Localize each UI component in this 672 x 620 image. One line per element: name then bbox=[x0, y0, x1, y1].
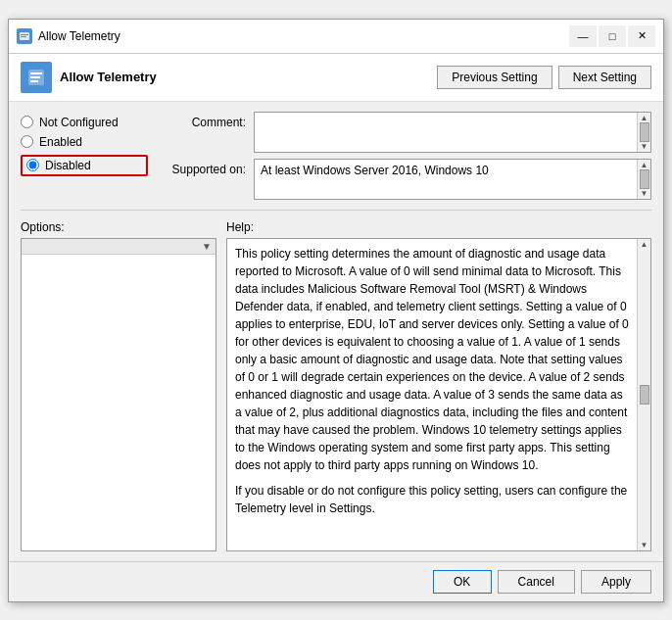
content-header: Allow Telemetry Previous Setting Next Se… bbox=[9, 54, 663, 102]
supported-scroll-up[interactable]: ▲ bbox=[641, 161, 648, 169]
header-title: Allow Telemetry bbox=[60, 70, 157, 84]
supported-wrapper: At least Windows Server 2016, Windows 10… bbox=[254, 159, 651, 200]
enabled-radio[interactable] bbox=[21, 135, 33, 148]
apply-button[interactable]: Apply bbox=[581, 570, 651, 594]
previous-setting-button[interactable]: Previous Setting bbox=[437, 66, 552, 89]
minimize-button[interactable]: — bbox=[569, 25, 597, 47]
svg-rect-5 bbox=[30, 76, 40, 78]
title-bar: Allow Telemetry — □ ✕ bbox=[9, 20, 663, 54]
main-window: Allow Telemetry — □ ✕ Allow Telemetry Pr… bbox=[8, 19, 664, 602]
options-box: ▼ bbox=[21, 238, 216, 551]
next-setting-button[interactable]: Next Setting bbox=[558, 66, 651, 89]
help-scrollbar[interactable]: ▲ ▼ bbox=[637, 239, 650, 550]
options-label: Options: bbox=[21, 220, 216, 234]
radio-not-configured[interactable]: Not Configured bbox=[21, 116, 148, 129]
disabled-radio[interactable] bbox=[26, 159, 39, 171]
ok-button[interactable]: OK bbox=[433, 570, 492, 594]
window-title: Allow Telemetry bbox=[38, 29, 120, 43]
main-content: Not Configured Enabled Disabled Comment: bbox=[9, 102, 663, 561]
help-scroll-down[interactable]: ▼ bbox=[641, 541, 648, 549]
divider bbox=[21, 210, 651, 211]
supported-scroll-thumb[interactable] bbox=[640, 169, 649, 189]
svg-rect-1 bbox=[21, 34, 28, 35]
close-button[interactable]: ✕ bbox=[628, 25, 655, 47]
cancel-button[interactable]: Cancel bbox=[498, 570, 575, 594]
options-help-section: Options: ▼ Help: This policy setting det… bbox=[21, 220, 651, 551]
not-configured-radio[interactable] bbox=[21, 116, 33, 128]
svg-rect-2 bbox=[21, 36, 26, 37]
policy-icon bbox=[21, 62, 52, 93]
help-scroll-thumb[interactable] bbox=[640, 385, 649, 405]
comment-row: Comment: ▲ ▼ bbox=[158, 112, 651, 153]
radio-group: Not Configured Enabled Disabled bbox=[21, 112, 148, 200]
supported-label: Supported on: bbox=[158, 159, 246, 176]
comment-textarea[interactable] bbox=[255, 113, 637, 152]
supported-scroll-down[interactable]: ▼ bbox=[641, 189, 648, 198]
supported-row: Supported on: At least Windows Server 20… bbox=[158, 159, 651, 200]
help-text-content: This policy setting determines the amoun… bbox=[227, 239, 637, 550]
dropdown-arrow-icon: ▼ bbox=[202, 241, 212, 252]
comment-supported: Comment: ▲ ▼ Supported on: At least Wind… bbox=[158, 112, 651, 200]
window-icon bbox=[17, 28, 32, 44]
not-configured-label: Not Configured bbox=[39, 116, 119, 129]
enabled-label: Enabled bbox=[39, 135, 82, 149]
comment-scrollbar[interactable]: ▲ ▼ bbox=[637, 113, 650, 152]
options-panel: Options: ▼ bbox=[21, 220, 216, 551]
help-paragraph-1: This policy setting determines the amoun… bbox=[235, 245, 629, 474]
help-label: Help: bbox=[226, 220, 651, 234]
disabled-label: Disabled bbox=[45, 159, 91, 172]
maximize-button[interactable]: □ bbox=[599, 25, 626, 47]
supported-text: At least Windows Server 2016, Windows 10 bbox=[255, 160, 637, 199]
comment-textarea-wrapper: ▲ ▼ bbox=[254, 112, 651, 153]
footer: OK Cancel Apply bbox=[9, 561, 663, 601]
header-left: Allow Telemetry bbox=[21, 62, 157, 93]
scroll-down-arrow[interactable]: ▼ bbox=[641, 142, 648, 151]
svg-rect-4 bbox=[30, 72, 42, 74]
help-panel: Help: This policy setting determines the… bbox=[226, 220, 651, 551]
radio-enabled[interactable]: Enabled bbox=[21, 135, 148, 149]
title-bar-left: Allow Telemetry bbox=[17, 28, 120, 44]
scroll-thumb[interactable] bbox=[640, 122, 649, 142]
scroll-up-arrow[interactable]: ▲ bbox=[641, 114, 648, 122]
header-buttons: Previous Setting Next Setting bbox=[437, 66, 651, 89]
help-box: This policy setting determines the amoun… bbox=[226, 238, 651, 551]
comment-label: Comment: bbox=[158, 112, 246, 129]
options-dropdown[interactable]: ▼ bbox=[22, 239, 216, 255]
supported-scrollbar[interactable]: ▲ ▼ bbox=[637, 160, 650, 199]
svg-rect-6 bbox=[30, 80, 38, 82]
help-scroll-up[interactable]: ▲ bbox=[641, 240, 648, 249]
title-controls: — □ ✕ bbox=[569, 25, 655, 47]
help-paragraph-2: If you disable or do not configure this … bbox=[235, 482, 629, 517]
radio-disabled[interactable]: Disabled bbox=[21, 155, 148, 176]
top-section: Not Configured Enabled Disabled Comment: bbox=[21, 112, 651, 200]
